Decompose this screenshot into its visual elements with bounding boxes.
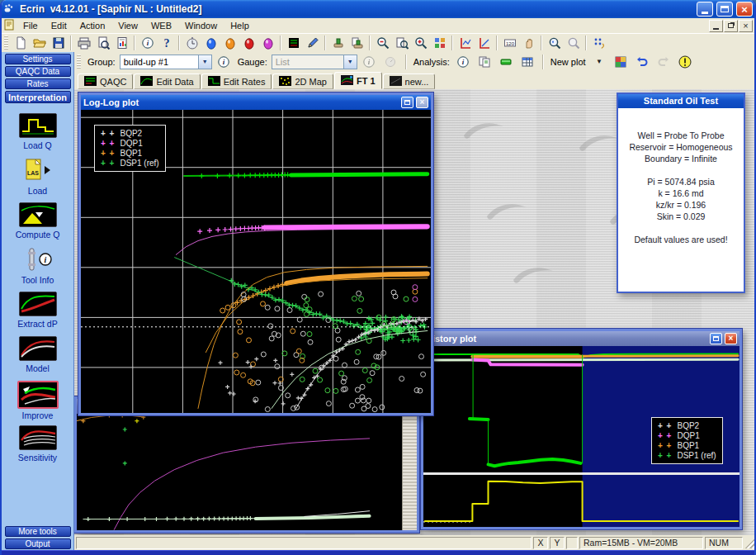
history-plot-area[interactable]: + +BQP2+ +DQP1+ +BQP1+ +DSP1 (ref) <box>423 346 739 527</box>
close-button[interactable]: × <box>736 2 753 17</box>
mdi-minimize-button[interactable] <box>709 20 723 32</box>
axis-y-red-button[interactable] <box>475 34 494 52</box>
maximize-button[interactable] <box>716 2 733 17</box>
tab-edit-rates[interactable]: Edit Rates <box>201 74 272 89</box>
tab-new-icon <box>390 76 402 88</box>
print-preview-button[interactable] <box>93 34 112 52</box>
analysis-table-button[interactable] <box>518 53 537 71</box>
menu-window[interactable]: Window <box>178 19 224 32</box>
gem-orange-button[interactable] <box>220 34 239 52</box>
new-plot-drop-button[interactable]: ▼ <box>590 53 609 71</box>
resize-grip[interactable] <box>744 537 756 548</box>
stopwatch-button[interactable] <box>182 34 201 52</box>
warning-button[interactable] <box>676 53 695 71</box>
gauge-select-value: List <box>276 57 342 67</box>
sidebar-tool-compute-q[interactable]: Compute Q <box>2 202 73 247</box>
pencil-button[interactable] <box>303 34 322 52</box>
tab-new[interactable]: new... <box>383 74 436 89</box>
analysis-copy-button[interactable] <box>475 53 494 71</box>
load-q-icon <box>19 113 57 138</box>
loglog-plot-area[interactable]: + +BQP2+ +DQP1+ +BQP1+ +DSP1 (ref) <box>81 110 431 413</box>
zoom-settings-button[interactable] <box>430 34 449 52</box>
pan-hand-button[interactable] <box>519 34 538 52</box>
menu-help[interactable]: Help <box>224 19 256 32</box>
undo-button[interactable] <box>633 53 652 71</box>
sidebar-nav-interpretation[interactable]: Interpretation <box>5 91 71 103</box>
menu-bar: FileEditActionViewWEBWindowHelp × <box>2 18 754 33</box>
gem-red-button[interactable] <box>239 34 258 52</box>
help-button[interactable]: ? <box>157 34 176 52</box>
sidebar-nav-rates[interactable]: Rates <box>5 78 71 89</box>
sidebar-tool-extract-dp[interactable]: Extract dP <box>2 292 73 336</box>
open-file-button[interactable] <box>30 34 49 52</box>
mdi-close-button[interactable]: × <box>739 20 753 32</box>
plot-grid-button[interactable] <box>612 53 631 71</box>
history-close-button[interactable]: × <box>725 333 737 344</box>
mdi-restore-button[interactable] <box>724 20 738 32</box>
save-button[interactable] <box>49 34 68 52</box>
loglog-title-bar[interactable]: Log-Log plot × <box>81 95 431 110</box>
menu-edit[interactable]: Edit <box>45 19 73 32</box>
tab-edit-data[interactable]: Edit Data <box>134 74 200 89</box>
minimize-button[interactable] <box>697 2 713 17</box>
loglog-close-button[interactable]: × <box>416 97 428 108</box>
menu-file[interactable]: File <box>17 19 45 32</box>
menu-action[interactable]: Action <box>73 19 112 32</box>
history-maximize-button[interactable] <box>710 333 722 344</box>
toolbar-grip[interactable] <box>4 36 8 50</box>
semilog-vertical-scrollbar[interactable] <box>402 414 417 530</box>
legend-entry-dsp1-ref: + +DSP1 (ref) <box>101 158 159 168</box>
zoom-out-button[interactable] <box>373 34 392 52</box>
tab-ft-1[interactable]: FT 1 <box>334 72 382 89</box>
tab-qaqc[interactable]: QAQC <box>78 74 133 89</box>
stamp-copy-button[interactable] <box>328 34 347 52</box>
result-gap <box>618 222 744 234</box>
sidebar-tool-model[interactable]: Model <box>2 336 73 381</box>
sidebar-tool-improve[interactable]: Improve <box>2 381 73 425</box>
analysis-info-button[interactable]: i <box>454 53 473 71</box>
sidebar-tool-load-q[interactable]: Load Q <box>2 113 73 158</box>
history-title-bar[interactable]: History plot × <box>423 331 739 346</box>
zoom-in-button[interactable] <box>411 34 430 52</box>
sidebar-tool-sensitivity[interactable]: Sensitivity <box>2 425 73 470</box>
sidebar-nav-qaqc-data[interactable]: QAQC Data <box>5 66 71 77</box>
group-info-button[interactable]: i <box>215 53 234 71</box>
zoom-page-button[interactable] <box>392 34 411 52</box>
info-button[interactable]: i <box>138 34 157 52</box>
sidebar-more-tools-button[interactable]: More tools <box>5 526 71 537</box>
analysis-green-button[interactable] <box>497 53 516 71</box>
menu-view[interactable]: View <box>111 19 144 32</box>
chevron-down-icon[interactable]: ▼ <box>343 55 357 69</box>
semilog-plot-area[interactable] <box>77 414 402 530</box>
tab-2d-map[interactable]: 2D Map <box>272 74 333 89</box>
sidebar-tool-tool-info[interactable]: iTool Info <box>2 247 73 292</box>
new-file-button[interactable] <box>11 34 30 52</box>
settings-dots-button[interactable] <box>589 34 608 52</box>
semilog-chart[interactable] <box>77 414 402 530</box>
ecrin-application-window: Ecrin v4.12.01 - [Saphir NL : Untitled2]… <box>0 0 756 555</box>
toolbar-separator <box>451 36 453 50</box>
sidebar-tool-load[interactable]: LASLoad <box>2 158 73 202</box>
magnifier-blue-button[interactable] <box>545 34 564 52</box>
sidebar-output-button[interactable]: Output <box>5 538 71 549</box>
menu-web[interactable]: WEB <box>144 19 178 32</box>
gem-blue-button[interactable] <box>201 34 220 52</box>
scale-120-button[interactable]: 120 <box>500 34 519 52</box>
loglog-maximize-button[interactable] <box>401 97 413 108</box>
report-button[interactable] <box>112 34 131 52</box>
chevron-down-icon[interactable]: ▼ <box>198 55 211 69</box>
toolbar-grip[interactable] <box>77 55 81 69</box>
title-bar[interactable]: Ecrin v4.12.01 - [Saphir NL : Untitled2]… <box>0 0 756 18</box>
group-select[interactable]: build-up #1▼ <box>120 55 212 69</box>
legend-entry-bqp2: + +BQP2 <box>101 128 159 138</box>
gem-magenta-button[interactable] <box>258 34 277 52</box>
result-line: k = 16.6 md <box>618 187 744 199</box>
axis-x-red-button[interactable] <box>456 34 475 52</box>
gauge-select[interactable]: List▼ <box>272 55 357 69</box>
print-button[interactable] <box>74 34 93 52</box>
stamp-paste-button[interactable] <box>347 34 366 52</box>
magnifier-gray-button[interactable] <box>564 34 583 52</box>
legend-label: BQP1 <box>120 149 142 158</box>
list-green-button[interactable] <box>284 34 303 52</box>
sidebar-nav-settings[interactable]: Settings <box>5 54 71 64</box>
